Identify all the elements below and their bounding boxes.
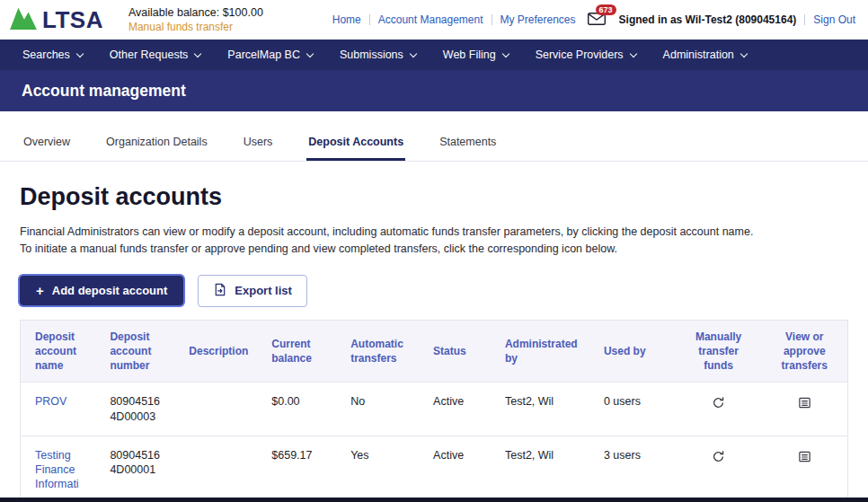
main-content: Deposit accounts Financial Administrator… bbox=[0, 162, 868, 502]
description-line-2: To initiate a manual funds transfer or a… bbox=[20, 241, 848, 258]
col-view-approve-transfers: View or approve transfers bbox=[762, 320, 848, 383]
available-balance: Available balance: $100.00 bbox=[128, 6, 263, 19]
plus-icon: + bbox=[36, 284, 44, 297]
balance-block: Available balance: $100.00 Manual funds … bbox=[128, 6, 263, 33]
separator bbox=[492, 14, 492, 25]
administrated-by: Test2, Wil bbox=[496, 436, 595, 502]
ltsa-logo[interactable]: LTSA bbox=[9, 5, 103, 34]
transfer-funds-icon bbox=[712, 399, 725, 412]
account-number: 80904516 4D00001 bbox=[101, 436, 180, 502]
col-description: Description bbox=[180, 320, 262, 383]
nav-service-providers[interactable]: Service Providers bbox=[522, 40, 650, 70]
col-manually-transfer-funds: Manually transfer funds bbox=[676, 320, 762, 383]
signed-in-text: Signed in as Wil-Test2 (809045164) bbox=[619, 13, 797, 26]
top-header: LTSA Available balance: $100.00 Manual f… bbox=[0, 0, 868, 40]
tab-organization-details[interactable]: Organization Details bbox=[104, 128, 209, 161]
tabs-bar: Overview Organization Details Users Depo… bbox=[0, 128, 868, 162]
col-used-by: Used by bbox=[595, 320, 676, 383]
status: Active bbox=[424, 436, 496, 502]
chevron-down-icon bbox=[76, 49, 84, 57]
separator bbox=[369, 14, 370, 25]
tab-statements[interactable]: Statements bbox=[438, 128, 498, 161]
deposit-accounts-table: Deposit account name Deposit account num… bbox=[20, 320, 848, 502]
col-administrated-by: Administrated by bbox=[496, 320, 595, 383]
view-transfers-button[interactable] bbox=[796, 448, 813, 468]
ltsa-logo-icon bbox=[9, 5, 38, 34]
nav-label: Submissions bbox=[340, 48, 403, 61]
nav-label: Searches bbox=[22, 48, 70, 61]
nav-searches[interactable]: Searches bbox=[9, 40, 96, 70]
nav-parcelmap-bc[interactable]: ParcelMap BC bbox=[214, 40, 326, 70]
used-by: 3 users bbox=[595, 436, 676, 502]
chevron-down-icon bbox=[410, 49, 417, 57]
automatic-transfers: Yes bbox=[341, 436, 424, 502]
separator bbox=[804, 14, 805, 25]
chevron-down-icon bbox=[501, 49, 509, 57]
nav-my-preferences-link[interactable]: My Preferences bbox=[500, 13, 576, 26]
automatic-transfers: No bbox=[341, 383, 424, 436]
view-transfers-icon bbox=[798, 399, 811, 412]
nav-other-requests[interactable]: Other Requests bbox=[96, 40, 215, 70]
nav-home-link[interactable]: Home bbox=[332, 13, 361, 26]
nav-account-management-link[interactable]: Account Management bbox=[378, 13, 483, 26]
nav-label: Administration bbox=[663, 48, 734, 61]
nav-label: Web Filing bbox=[443, 48, 496, 61]
administrated-by: Test2, Wil bbox=[496, 383, 595, 436]
account-name-link[interactable]: Testing Finance Informati bbox=[35, 449, 79, 491]
tab-users[interactable]: Users bbox=[242, 128, 275, 161]
chevron-down-icon bbox=[194, 49, 201, 57]
main-nav: Searches Other Requests ParcelMap BC Sub… bbox=[0, 40, 868, 70]
used-by: 0 users bbox=[595, 383, 676, 436]
nav-label: Service Providers bbox=[536, 48, 624, 61]
nav-administration[interactable]: Administration bbox=[650, 40, 760, 70]
logo-text: LTSA bbox=[42, 8, 103, 31]
col-current-balance: Current balance bbox=[262, 320, 341, 383]
action-buttons: + Add deposit account Export list bbox=[20, 275, 848, 307]
unread-count-badge: 673 bbox=[596, 4, 616, 16]
nav-web-filing[interactable]: Web Filing bbox=[430, 40, 522, 70]
chevron-down-icon bbox=[306, 49, 314, 57]
transfer-funds-button[interactable] bbox=[710, 448, 727, 468]
chevron-down-icon bbox=[740, 49, 748, 57]
transfer-funds-button[interactable] bbox=[710, 394, 727, 414]
messages-button[interactable]: 673 bbox=[588, 13, 606, 28]
page-title: Account management bbox=[22, 82, 186, 101]
footer-edge bbox=[0, 498, 868, 502]
chevron-down-icon bbox=[629, 49, 636, 57]
description-line-1: Financial Administrators can view or mod… bbox=[20, 224, 848, 241]
account-description bbox=[180, 383, 262, 436]
add-button-label: Add deposit account bbox=[52, 284, 168, 297]
status: Active bbox=[424, 383, 496, 436]
view-transfers-button[interactable] bbox=[796, 394, 813, 414]
table-row: Testing Finance Informati 80904516 4D000… bbox=[21, 436, 848, 502]
view-transfers-icon bbox=[798, 453, 811, 466]
col-status: Status bbox=[424, 320, 496, 383]
col-automatic-transfers: Automatic transfers bbox=[341, 320, 424, 383]
top-right-nav: Home Account Management My Preferences 6… bbox=[332, 13, 855, 28]
current-balance: $0.00 bbox=[262, 383, 341, 436]
sign-out-link[interactable]: Sign Out bbox=[813, 13, 855, 26]
add-deposit-account-button[interactable]: + Add deposit account bbox=[20, 276, 183, 305]
account-description bbox=[180, 436, 262, 502]
section-heading: Deposit accounts bbox=[20, 183, 848, 211]
nav-submissions[interactable]: Submissions bbox=[326, 40, 430, 70]
page-title-bar: Account management bbox=[0, 70, 868, 111]
table-row: PROV 80904516 4D00003 $0.00 No Active Te… bbox=[21, 383, 848, 436]
nav-label: Other Requests bbox=[110, 48, 189, 61]
col-deposit-account-number: Deposit account number bbox=[101, 320, 180, 383]
account-number: 80904516 4D00003 bbox=[101, 383, 180, 436]
export-list-button[interactable]: Export list bbox=[198, 275, 307, 307]
current-balance: $659.17 bbox=[262, 436, 341, 502]
manual-funds-transfer-link[interactable]: Manual funds transfer bbox=[128, 21, 263, 33]
transfer-funds-icon bbox=[712, 453, 725, 466]
export-icon bbox=[213, 283, 226, 299]
account-name-link[interactable]: PROV bbox=[35, 395, 66, 408]
tab-overview[interactable]: Overview bbox=[22, 128, 72, 161]
table-header-row: Deposit account name Deposit account num… bbox=[21, 320, 848, 383]
col-deposit-account-name: Deposit account name bbox=[21, 320, 102, 383]
export-button-label: Export list bbox=[235, 284, 292, 297]
nav-label: ParcelMap BC bbox=[227, 48, 300, 61]
tab-deposit-accounts[interactable]: Deposit Accounts bbox=[306, 128, 405, 161]
